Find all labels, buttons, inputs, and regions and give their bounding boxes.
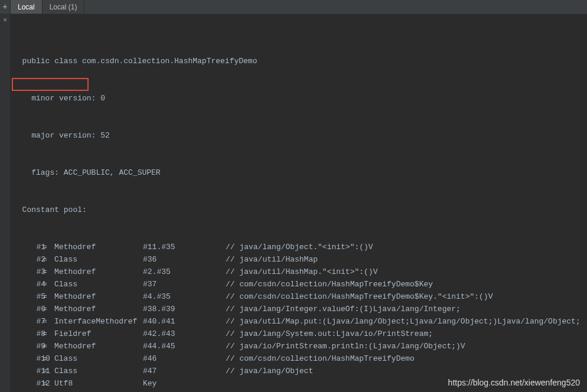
equals-sign: = (43, 365, 54, 377)
code-viewer: public class com.csdn.collection.HashMap… (11, 14, 587, 392)
equals-sign: = (43, 278, 54, 290)
pool-index: #13 (13, 390, 43, 392)
equals-sign: = (43, 390, 54, 392)
pool-type: Class (54, 253, 143, 266)
pool-type: Class (54, 352, 143, 365)
pool-type: InterfaceMethodref (54, 315, 143, 328)
constant-pool-row: #1= Methodref#11.#35// java/lang/Object.… (13, 241, 585, 253)
pool-index: #9 (13, 340, 43, 352)
constant-pool-row: #6= Methodref#38.#39// java/lang/Integer… (13, 303, 585, 315)
pool-type: Methodref (54, 340, 143, 352)
pool-comment: // java/lang/Object (226, 365, 313, 377)
pool-type: Class (54, 278, 143, 290)
constant-pool-row: #2= Class#36// java/util/HashMap (13, 253, 585, 266)
pool-type: Utf8 (54, 390, 143, 392)
equals-sign: = (43, 315, 54, 328)
pool-ref: #36 (143, 253, 226, 266)
pool-comment: // java/util/HashMap (226, 253, 318, 266)
equals-sign: = (43, 328, 54, 340)
constant-pool-row: #13= Utf8InnerClasses (13, 390, 585, 392)
constant-pool-row: #9= Methodref#44.#45// java/io/PrintStre… (13, 340, 585, 352)
pool-comment: // java/util/HashMap."<init>":()V (226, 266, 377, 278)
pool-comment: // java/lang/Object."<init>":()V (226, 241, 373, 253)
constant-pool-row: #4= Class#37// com/csdn/collection/HashM… (13, 278, 585, 290)
tab-local-1[interactable]: Local (1) (43, 0, 85, 14)
pool-ref: InnerClasses (143, 390, 226, 392)
pool-index: #10 (13, 352, 43, 365)
major-version: major version: 52 (13, 129, 585, 142)
pool-index: #6 (13, 303, 43, 315)
pool-index: #5 (13, 290, 43, 303)
pool-type: Methodref (54, 266, 143, 278)
pool-index: #2 (13, 253, 43, 266)
constant-pool-row: #11= Class#47// java/lang/Object (13, 365, 585, 377)
pool-type: Methodref (54, 290, 143, 303)
pool-index: #3 (13, 266, 43, 278)
pool-ref: #46 (143, 352, 226, 365)
pool-index: #4 (13, 278, 43, 290)
pool-comment: // com/csdn/collection/HashMapTreeifyDem… (226, 352, 415, 365)
pool-ref: #2.#35 (143, 266, 226, 278)
watermark: https://blog.csdn.net/xiewenfeng520 (448, 378, 580, 387)
pool-comment: // java/lang/Integer.valueOf:(I)Ljava/la… (226, 303, 461, 315)
highlight-box (12, 78, 89, 91)
pool-index: #7 (13, 315, 43, 328)
equals-sign: = (43, 303, 54, 315)
constant-pool-row: #8= Fieldref#42.#43// java/lang/System.o… (13, 328, 585, 340)
pool-ref: #38.#39 (143, 303, 226, 315)
constant-pool-row: #10= Class#46// com/csdn/collection/Hash… (13, 352, 585, 365)
pool-ref: Key (143, 377, 226, 390)
gutter: × (0, 14, 11, 392)
pool-comment: // com/csdn/collection/HashMapTreeifyDem… (226, 290, 493, 303)
minor-version: minor version: 0 (13, 92, 585, 104)
pool-ref: #11.#35 (143, 241, 226, 253)
close-icon[interactable]: × (0, 17, 10, 25)
equals-sign: = (43, 352, 54, 365)
pool-index: #12 (13, 377, 43, 390)
constant-pool-row: #7= InterfaceMethodref#40.#41// java/uti… (13, 315, 585, 328)
pool-index: #8 (13, 328, 43, 340)
equals-sign: = (43, 253, 54, 266)
equals-sign: = (43, 340, 54, 352)
constant-pool-row: #5= Methodref#4.#35// com/csdn/collectio… (13, 290, 585, 303)
pool-type: Utf8 (54, 377, 143, 390)
pool-ref: #44.#45 (143, 340, 226, 352)
pool-ref: #42.#43 (143, 328, 226, 340)
pool-comment: // java/util/Map.put:(Ljava/lang/Object;… (226, 315, 581, 328)
pool-ref: #47 (143, 365, 226, 377)
equals-sign: = (43, 266, 54, 278)
pool-type: Class (54, 365, 143, 377)
tab-local[interactable]: Local (11, 0, 43, 14)
pool-index: #1 (13, 241, 43, 253)
constant-pool-row: #3= Methodref#2.#35// java/util/HashMap.… (13, 266, 585, 278)
pool-index: #11 (13, 365, 43, 377)
tab-bar: + Local Local (1) (0, 0, 587, 14)
pool-ref: #37 (143, 278, 226, 290)
pool-comment: // com/csdn/collection/HashMapTreeifyDem… (226, 278, 433, 290)
flags-line: flags: ACC_PUBLIC, ACC_SUPER (13, 166, 585, 179)
class-declaration: public class com.csdn.collection.HashMap… (13, 55, 585, 67)
pool-comment: // java/lang/System.out:Ljava/io/PrintSt… (226, 328, 433, 340)
pool-comment: // java/io/PrintStream.println:(Ljava/la… (226, 340, 465, 352)
equals-sign: = (43, 377, 54, 390)
equals-sign: = (43, 241, 54, 253)
pool-ref: #40.#41 (143, 315, 226, 328)
equals-sign: = (43, 290, 54, 303)
pool-type: Methodref (54, 241, 143, 253)
constant-pool-header: Constant pool: (13, 204, 585, 216)
new-tab-button[interactable]: + (0, 0, 11, 14)
pool-ref: #4.#35 (143, 290, 226, 303)
pool-type: Methodref (54, 303, 143, 315)
pool-type: Fieldref (54, 328, 143, 340)
